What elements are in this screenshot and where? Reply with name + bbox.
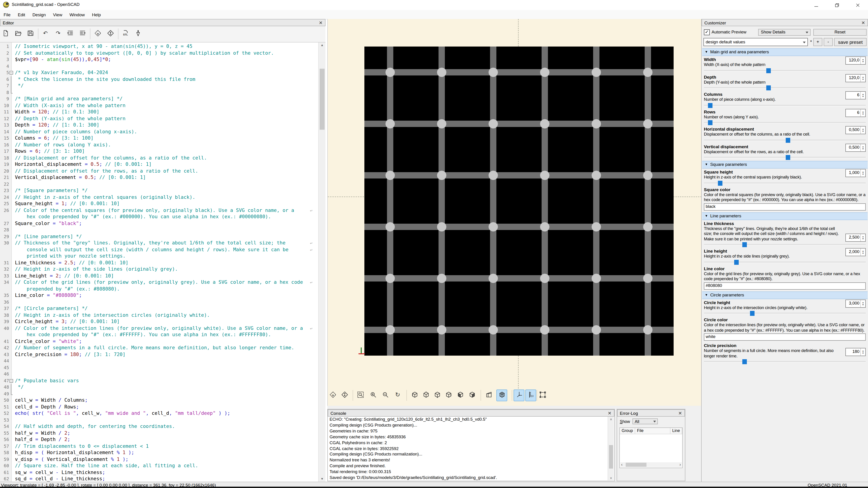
close-button[interactable] xyxy=(847,0,868,10)
code-fold-icon[interactable]: – xyxy=(9,379,13,383)
param-spinbox[interactable]: 120,0▲▼ xyxy=(845,57,866,65)
view-bottom-button[interactable] xyxy=(432,390,442,401)
save-preset-button[interactable]: save preset xyxy=(834,38,867,46)
reset-view-button[interactable]: ↻ xyxy=(392,390,403,401)
view-top-button[interactable] xyxy=(421,390,431,401)
param-spinbox[interactable]: 180▲▼ xyxy=(845,348,866,356)
spin-up-icon[interactable]: ▲ xyxy=(862,110,864,113)
param-slider[interactable] xyxy=(704,311,866,316)
param-text-field[interactable]: #808080 xyxy=(704,282,866,289)
spin-up-icon[interactable]: ▲ xyxy=(862,250,864,252)
param-slider[interactable] xyxy=(704,120,866,125)
spin-up-icon[interactable]: ▲ xyxy=(862,171,864,173)
scroll-down-icon[interactable]: ▼ xyxy=(319,476,326,482)
unindent-button[interactable] xyxy=(65,29,75,39)
spin-down-icon[interactable]: ▼ xyxy=(862,78,864,80)
section-circle-parameters[interactable]: ▼Circle parameters xyxy=(702,291,868,299)
slider-handle[interactable] xyxy=(786,155,790,160)
param-slider[interactable] xyxy=(704,86,866,90)
slider-handle[interactable] xyxy=(766,86,771,90)
param-slider[interactable] xyxy=(704,359,866,364)
param-slider[interactable] xyxy=(704,68,866,73)
param-spinbox[interactable]: 0,500▲▼ xyxy=(845,143,866,152)
console-scrollbar-thumb[interactable] xyxy=(609,445,613,468)
view-orthogonal-button[interactable] xyxy=(496,390,507,401)
restore-button[interactable] xyxy=(827,0,847,10)
editor-close-icon[interactable]: ✕ xyxy=(318,20,324,26)
param-slider[interactable] xyxy=(704,155,866,160)
slider-handle[interactable] xyxy=(708,120,713,125)
scroll-up-icon[interactable]: ∧ xyxy=(608,417,614,422)
spin-down-icon[interactable]: ▼ xyxy=(862,61,864,63)
slider-handle[interactable] xyxy=(708,103,713,108)
export-stl-button[interactable]: STL xyxy=(120,29,130,39)
slider-handle[interactable] xyxy=(742,242,747,247)
slider-handle[interactable] xyxy=(786,138,790,142)
menu-help[interactable]: Help xyxy=(88,11,104,17)
slider-handle[interactable] xyxy=(750,311,755,316)
view-right-button[interactable] xyxy=(409,390,420,401)
zoom-out-button[interactable] xyxy=(380,390,391,401)
open-file-button[interactable] xyxy=(13,29,23,39)
show-scale-markers-button[interactable]: 10 xyxy=(525,390,536,401)
spin-down-icon[interactable]: ▼ xyxy=(862,113,864,115)
new-file-button[interactable] xyxy=(0,29,10,39)
preview-button[interactable]: » xyxy=(327,390,338,401)
spin-up-icon[interactable]: ▲ xyxy=(862,145,864,148)
param-text-field[interactable]: white xyxy=(704,333,866,341)
view-perspective-button[interactable] xyxy=(483,390,494,401)
menu-window[interactable]: Window xyxy=(66,11,88,17)
spin-down-icon[interactable]: ▼ xyxy=(862,130,864,132)
send-to-print-button[interactable] xyxy=(133,29,143,39)
spin-up-icon[interactable]: ▲ xyxy=(862,128,864,130)
param-spinbox[interactable]: 6▲▼ xyxy=(845,109,866,117)
spin-down-icon[interactable]: ▼ xyxy=(862,95,864,98)
console-close-icon[interactable]: ✕ xyxy=(607,410,613,416)
code-editor[interactable]: 1// Isometric viewport, x at 90 - atan(s… xyxy=(0,42,319,482)
preset-dropdown[interactable]: design default values xyxy=(704,38,808,46)
param-spinbox[interactable]: 2,000▲▼ xyxy=(845,248,866,256)
spin-up-icon[interactable]: ▲ xyxy=(862,58,864,61)
menu-edit[interactable]: Edit xyxy=(14,11,29,17)
param-slider[interactable] xyxy=(704,242,866,247)
console-scrollbar[interactable]: ∧ ∨ xyxy=(608,417,614,480)
preview-button[interactable]: » xyxy=(93,29,103,39)
param-spinbox[interactable]: 6▲▼ xyxy=(845,91,866,99)
remove-preset-button[interactable]: - xyxy=(824,38,833,46)
scroll-up-icon[interactable]: ▲ xyxy=(319,42,326,48)
scroll-down-icon[interactable]: ∨ xyxy=(608,475,614,480)
errorlog-filter-dropdown[interactable]: All xyxy=(632,418,658,424)
menu-design[interactable]: Design xyxy=(29,11,49,17)
view-front-button[interactable] xyxy=(455,390,466,401)
errorlog-hscrollbar-thumb[interactable] xyxy=(626,463,647,467)
menu-view[interactable]: View xyxy=(50,11,66,17)
menu-file[interactable]: File xyxy=(0,11,14,17)
save-file-button[interactable] xyxy=(25,29,35,39)
slider-handle[interactable] xyxy=(734,260,739,265)
errorlog-hscrollbar[interactable]: ‹ › xyxy=(620,462,682,467)
show-crosshairs-button[interactable] xyxy=(514,390,524,401)
errorlog-table-header[interactable]: GroupFileLine xyxy=(620,428,682,434)
spin-down-icon[interactable]: ▼ xyxy=(862,252,864,254)
view-back-button[interactable] xyxy=(467,390,477,401)
param-spinbox[interactable]: 0,500▲▼ xyxy=(845,126,866,134)
code-fold-icon[interactable]: – xyxy=(9,71,13,74)
customizer-close-icon[interactable]: ✕ xyxy=(860,20,866,26)
section-line-parameters[interactable]: ▼Line parameters xyxy=(702,212,868,220)
section-main-grid-and-area-parameters[interactable]: ▼Main grid and area parameters xyxy=(702,48,868,56)
reset-button[interactable]: Reset xyxy=(813,29,867,36)
spin-down-icon[interactable]: ▼ xyxy=(862,173,864,175)
show-edges-button[interactable] xyxy=(537,390,548,401)
section-square-parameters[interactable]: ▼Square parameters xyxy=(702,161,868,168)
editor-scrollbar-thumb[interactable] xyxy=(320,69,324,130)
column-header-file[interactable]: File xyxy=(635,428,671,434)
param-slider[interactable] xyxy=(704,181,866,186)
spin-down-icon[interactable]: ▼ xyxy=(862,237,864,240)
slider-handle[interactable] xyxy=(742,359,747,364)
param-spinbox[interactable]: 1,000▲▼ xyxy=(845,169,866,177)
spin-up-icon[interactable]: ▲ xyxy=(862,235,864,237)
zoom-in-button[interactable] xyxy=(368,390,378,401)
param-slider[interactable] xyxy=(704,138,866,142)
undo-button[interactable]: ↶ xyxy=(40,29,50,39)
render-button[interactable] xyxy=(339,390,350,401)
